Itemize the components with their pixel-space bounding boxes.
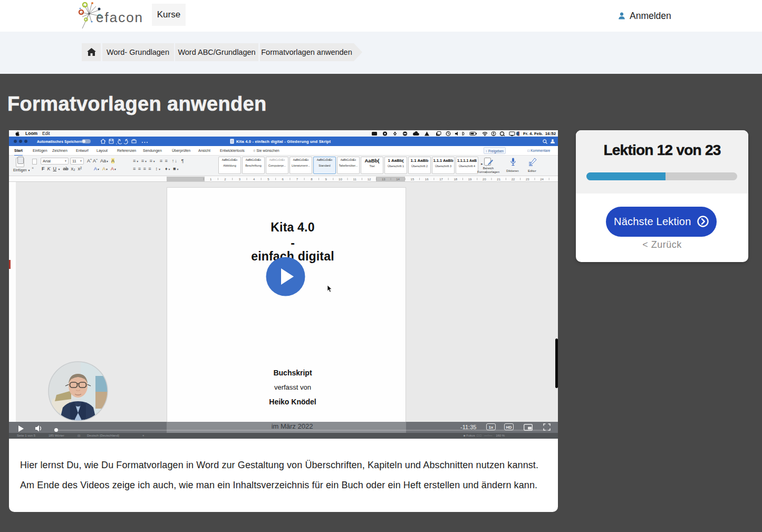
svg-text:21: 21: [497, 178, 500, 181]
svg-text:24: 24: [540, 178, 544, 181]
svg-text:20: 20: [483, 178, 486, 181]
svg-text:4: 4: [253, 178, 255, 181]
svg-text:6: 6: [282, 178, 284, 181]
svg-text:8: 8: [311, 178, 313, 181]
svg-text:23: 23: [526, 178, 529, 181]
svg-text:13: 13: [382, 178, 385, 181]
svg-text:11: 11: [353, 178, 357, 181]
svg-text:5: 5: [267, 178, 269, 181]
svg-text:15: 15: [411, 178, 414, 181]
svg-text:10: 10: [339, 178, 342, 181]
svg-text:16: 16: [425, 178, 429, 181]
svg-text:12: 12: [368, 178, 371, 181]
svg-text:19: 19: [468, 178, 472, 181]
svg-text:1: 1: [210, 178, 212, 181]
svg-text:22: 22: [512, 178, 515, 181]
svg-text:18: 18: [454, 178, 457, 181]
svg-text:17: 17: [439, 178, 443, 181]
svg-text:3: 3: [239, 178, 241, 181]
svg-text:7: 7: [296, 178, 298, 181]
svg-text:2: 2: [224, 178, 226, 181]
svg-text:14: 14: [396, 178, 400, 181]
svg-text:9: 9: [325, 178, 327, 181]
